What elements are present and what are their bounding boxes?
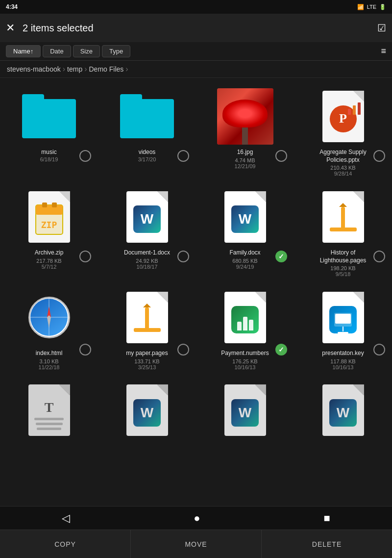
file-size: 176.25 KB [232,358,257,364]
file-date: 10/18/17 [137,264,158,270]
list-item[interactable]: T [0,374,98,444]
selection-count: 2 items selected [23,23,369,34]
file-name: History of Lighthouse.pages [311,249,375,264]
select-circle[interactable] [275,251,287,262]
list-item[interactable]: presentaton.key 117.88 KB 10/16/13 [294,281,392,374]
numbers-badge [231,306,259,333]
select-circle[interactable] [79,150,91,162]
back-button[interactable]: ◁ [62,512,70,525]
sort-date-button[interactable]: Date [43,45,71,57]
wifi-icon: 📶 [357,4,364,10]
file-date: 9/5/18 [336,271,351,277]
docx-icon-partial2: W [224,384,266,436]
file-thumb [314,187,372,246]
breadcrumb-end: › [125,65,128,74]
word-badge: W [133,205,161,233]
select-circle[interactable] [373,344,385,355]
file-thumb [216,288,274,347]
breadcrumb-current[interactable]: Demo Files [89,65,124,73]
svg-marker-10 [339,203,347,207]
home-button[interactable]: ● [194,512,200,525]
breadcrumb-root[interactable]: stevens-macbook [7,65,61,73]
recent-button[interactable]: ■ [324,512,330,525]
list-item[interactable]: index.html 3.10 KB 11/22/18 [0,281,98,374]
select-circle[interactable] [373,150,385,162]
file-thumb: W [314,381,372,440]
svg-rect-14 [145,307,149,330]
file-name: Family.docx [229,249,260,257]
file-date: 3/17/20 [138,156,156,162]
docx-icon: W [126,191,168,243]
select-circle[interactable] [373,251,385,262]
list-item[interactable]: P Aggregate Supply Policies.pptx 210.43 [294,80,392,180]
status-indicators: 📶 LTE 🔋 [357,4,386,10]
numbers-icon [224,292,266,343]
list-item[interactable]: videos 3/17/20 [98,80,196,180]
svg-marker-15 [143,304,151,307]
file-name: videos [139,149,156,156]
svg-rect-1 [353,105,356,115]
list-item[interactable]: W Document-1.docx 24.92 KB 10/18/17 [98,180,196,281]
list-item[interactable]: music 6/18/19 [0,80,98,180]
html-icon [27,295,71,339]
breadcrumb-sep1: › [63,65,65,74]
sort-type-button[interactable]: Type [102,45,130,57]
red-tree-image [217,88,273,145]
file-thumb: P [314,87,372,146]
delete-button[interactable]: DELETE [262,530,392,558]
select-circle[interactable] [275,150,287,162]
toolbar: ✕ 2 items selected ☑ [0,14,392,42]
file-thumb: W [118,187,176,246]
file-date: 12/21/09 [235,163,256,169]
file-date: 9/24/19 [236,264,254,270]
list-item[interactable]: History of Lighthouse.pages 198.20 KB 9/… [294,180,392,281]
select-circle[interactable] [275,344,287,355]
select-circle[interactable] [177,251,189,262]
copy-button[interactable]: COPY [0,530,131,558]
move-button[interactable]: MOVE [131,530,262,558]
sort-name-button[interactable]: Name↑ [6,45,41,57]
list-item[interactable]: W [98,374,196,444]
status-bar: 4:34 📶 LTE 🔋 [0,0,392,14]
list-item[interactable]: ZIP Archive.zip 217.78 KB 5/7/12 [0,180,98,281]
file-grid: music 6/18/19 videos 3/17/20 16.jpg 4.74… [0,78,392,446]
pages-icon2 [126,292,168,343]
list-item[interactable]: 16.jpg 4.74 MB 12/21/09 [196,80,294,180]
file-size: 117.88 KB [330,358,355,364]
file-thumb: W [216,381,274,440]
list-item[interactable]: W [294,374,392,444]
select-circle[interactable] [79,251,91,262]
file-thumb [216,87,274,146]
file-size: 3.10 KB [39,358,58,364]
file-size: 680.85 KB [232,258,257,264]
list-item[interactable]: Payment.numbers 176.25 KB 10/16/13 [196,281,294,374]
svg-rect-9 [341,207,345,229]
svg-text:ZIP: ZIP [41,220,57,230]
action-icon[interactable]: ☑ [377,22,386,34]
bottom-action-bar: COPY MOVE DELETE [0,530,392,558]
file-date: 3/25/13 [138,364,156,370]
breadcrumb-temp[interactable]: temp [67,65,82,73]
docx-icon: W [224,191,266,243]
list-item[interactable]: my paper.pages 133.71 KB 3/25/13 [98,281,196,374]
list-item[interactable]: W [196,374,294,444]
pages-pen-wrapper [327,203,359,235]
file-date: 10/16/13 [333,364,354,370]
file-size: 210.43 KB [330,165,355,171]
pptx-icon: P [322,91,364,142]
file-thumb [314,288,372,347]
sort-size-button[interactable]: Size [73,45,100,57]
docx-icon-partial3: W [322,384,364,436]
select-circle[interactable] [177,150,189,162]
list-item[interactable]: W Family.docx 680.85 KB 9/24/19 [196,180,294,281]
select-circle[interactable] [79,344,91,355]
file-date: 6/18/19 [40,156,58,162]
breadcrumb-sep2: › [84,65,87,74]
list-view-button[interactable]: ≡ [381,46,386,56]
file-name: index.html [36,350,63,357]
file-size: 4.74 MB [235,157,255,163]
close-button[interactable]: ✕ [6,22,15,34]
file-size: 24.92 KB [136,258,158,264]
file-thumb: W [216,187,274,246]
select-circle[interactable] [177,344,189,355]
